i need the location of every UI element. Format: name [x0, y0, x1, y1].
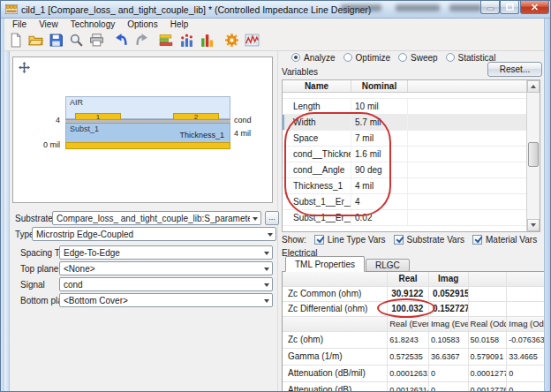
spacing-type-select[interactable]: Edge-To-Edge: [59, 245, 273, 260]
real-even-value: 0.000126314: [388, 366, 429, 381]
real-even-value: 0.572535: [388, 349, 429, 365]
mode-radio[interactable]: Optimize: [343, 53, 390, 63]
real-even-value: 0.00126314: [388, 382, 429, 392]
new-file-icon[interactable]: [6, 31, 25, 49]
checkbox-icon: [472, 235, 482, 245]
menu-item[interactable]: Help: [165, 19, 194, 29]
tml-real-value: 30.9122: [388, 287, 429, 301]
tml-row[interactable]: Zc Common (ohm) 30.9122 0.0529152: [283, 287, 546, 302]
window-controls: [480, 1, 549, 14]
window-frame-right: [544, 19, 550, 391]
signal-select[interactable]: cond: [59, 277, 273, 291]
substrate-browse-button[interactable]: ...: [265, 211, 279, 225]
menu-item[interactable]: Options: [122, 19, 162, 29]
substrate-select[interactable]: Compare_loss_ and_tight_couple_lib:S_par…: [52, 211, 261, 225]
redaction-blur: [449, 4, 481, 11]
scroll-down-arrow[interactable]: [527, 219, 540, 231]
redaction-blur: [396, 4, 440, 11]
cross-section-canvas[interactable]: AIR 1 2 Subst_1 Thickness_1 4 cond 4 mil…: [12, 57, 273, 203]
bar-chart-icon[interactable]: [198, 31, 216, 49]
variable-row[interactable]: Width 5.7 mil: [283, 115, 540, 131]
reset-button[interactable]: Reset...: [487, 62, 542, 77]
show-filter-row: Show: Line Type Vars Substrate Vars Mate…: [282, 234, 537, 245]
undo-icon[interactable]: [112, 31, 131, 49]
show-checkbox[interactable]: Material Vars: [472, 235, 537, 245]
scroll-up-arrow[interactable]: [527, 80, 540, 93]
show-checkbox[interactable]: Line Type Vars: [314, 235, 386, 245]
redo-icon[interactable]: [132, 31, 151, 49]
air-label: AIR: [70, 98, 83, 107]
signal-field-label: Signal: [20, 280, 45, 290]
even-odd-row[interactable]: Zc (ohm) 61.8243 0.10583 50.0158 -0.0763…: [283, 332, 546, 349]
name-column-header: Name: [283, 80, 351, 92]
variable-row[interactable]: Subst_1__Er__Real 4: [283, 194, 540, 210]
menu-item[interactable]: View: [34, 19, 64, 29]
radio-icon: [343, 53, 352, 62]
tml-real-value: 100.032: [388, 302, 429, 316]
app-window: cild_1 [Compare_loss_ and_tight_couple_l…: [0, 0, 551, 392]
variable-row[interactable]: Subst_1__Er__TanD 0.02: [283, 210, 540, 226]
tml-row[interactable]: Zc Differential (ohm) 100.032 0.152727: [283, 302, 546, 317]
optimization-gear-icon[interactable]: [223, 31, 241, 49]
thickness-value: 4 mil: [234, 129, 251, 138]
type-select[interactable]: Microstrip Edge-Coupled: [32, 227, 276, 241]
zoom-icon[interactable]: [67, 31, 86, 49]
minimize-button[interactable]: [480, 1, 500, 14]
real-odd-value: 50.0158: [469, 332, 508, 348]
open-folder-icon[interactable]: [26, 31, 45, 49]
real-column-header: Real: [388, 272, 429, 286]
even-odd-row-label: Attenuation (dB): [283, 382, 388, 392]
imag-odd-column-header: Imag (Odd): [507, 317, 546, 331]
bottom-plane-select[interactable]: <Bottom Cover>: [59, 293, 273, 307]
mode-radio[interactable]: Analyze: [291, 53, 336, 63]
even-odd-row[interactable]: Attenuation (dB) 0.00126314 0 0.0012776 …: [283, 382, 546, 392]
variable-row[interactable]: Length 10 mil: [283, 99, 540, 115]
variable-name: cond__Angle: [283, 162, 351, 177]
print-icon[interactable]: [87, 31, 106, 49]
cond-layer-label: cond: [234, 116, 252, 124]
menu-item[interactable]: Technology: [65, 19, 121, 29]
imag-odd-value: -0.0763633: [507, 332, 546, 348]
scrollbar-thumb[interactable]: [528, 142, 539, 167]
even-odd-row[interactable]: Attenuation (dB/mil) 0.000126314 0 0.000…: [283, 366, 546, 382]
partially-scrolled-row: [283, 93, 540, 99]
analysis-chart-icon[interactable]: [177, 31, 196, 49]
waveform-grid-icon[interactable]: [243, 31, 261, 49]
mode-label: Statistical: [458, 53, 496, 63]
imag-odd-value: 0: [507, 366, 546, 381]
mode-label: Sweep: [411, 53, 438, 63]
tml-properties-panel: Real Imag Zc Common (ohm) 30.9122 0.0529…: [282, 271, 547, 392]
save-icon[interactable]: [47, 31, 65, 49]
tab[interactable]: TML Properties: [285, 256, 365, 272]
close-button[interactable]: [520, 1, 549, 14]
chevron-down-icon: [250, 212, 260, 224]
maximize-button[interactable]: [500, 1, 519, 14]
imag-even-value: 36.6367: [429, 349, 469, 365]
substrate-region: Subst_1 Thickness_1: [65, 124, 230, 143]
variable-name: Length: [283, 99, 351, 114]
variables-title: Variables: [282, 67, 318, 77]
substrate-stack-icon[interactable]: [157, 31, 176, 49]
tab[interactable]: RLGC: [366, 259, 410, 272]
variable-row[interactable]: cond__Angle 90 deg: [283, 162, 540, 178]
checkbox-label: Line Type Vars: [328, 235, 386, 245]
variable-row[interactable]: Thickness_1 4 mil: [283, 178, 540, 194]
variable-row[interactable]: Space 7 mil: [283, 131, 540, 147]
top-plane-select[interactable]: <None>: [59, 261, 273, 275]
even-odd-row[interactable]: Gamma (1/m) 0.572535 36.6367 0.579091 33…: [283, 349, 546, 366]
checkbox-label: Substrate Vars: [407, 235, 464, 245]
electrical-tabs: TML PropertiesRLGC: [285, 256, 411, 272]
pan-move-icon[interactable]: [19, 62, 30, 75]
show-label: Show:: [282, 235, 306, 245]
mode-radio[interactable]: Sweep: [398, 53, 438, 63]
variable-row[interactable]: cond__Thickness 1.6 mil: [283, 147, 540, 162]
show-checkbox[interactable]: Substrate Vars: [394, 235, 464, 245]
chevron-down-icon: [261, 262, 272, 275]
variables-scrollbar[interactable]: [526, 80, 540, 231]
even-odd-header-row: Real (Even) Imag (Even) Real (Odd) Imag …: [283, 317, 546, 332]
thickness-label: Thickness_1: [179, 131, 224, 139]
menu-item[interactable]: File: [7, 19, 32, 29]
imag-even-value: 0: [429, 382, 469, 392]
window-title: cild_1 [Compare_loss_ and_tight_couple_l…: [21, 4, 371, 15]
mode-radio[interactable]: Statistical: [446, 53, 496, 63]
